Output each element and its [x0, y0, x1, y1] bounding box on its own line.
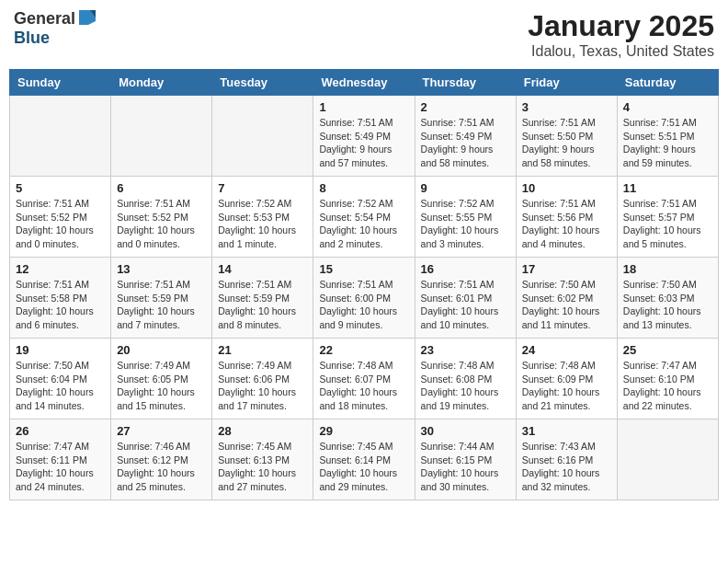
day-number: 24 [522, 343, 611, 357]
day-info: Sunrise: 7:52 AMSunset: 5:53 PMDaylight:… [218, 197, 307, 251]
day-number: 25 [623, 343, 712, 357]
calendar-day: 28Sunrise: 7:45 AMSunset: 6:13 PMDayligh… [212, 419, 313, 500]
day-info: Sunrise: 7:51 AMSunset: 5:49 PMDaylight:… [319, 116, 408, 170]
logo-blue-text: Blue [14, 29, 50, 47]
calendar-day [212, 96, 313, 177]
calendar-day: 8Sunrise: 7:52 AMSunset: 5:54 PMDaylight… [313, 177, 415, 258]
day-info: Sunrise: 7:51 AMSunset: 5:51 PMDaylight:… [623, 116, 712, 170]
day-info: Sunrise: 7:51 AMSunset: 5:59 PMDaylight:… [218, 278, 307, 332]
day-number: 8 [319, 181, 408, 195]
calendar-day: 20Sunrise: 7:49 AMSunset: 6:05 PMDayligh… [111, 339, 212, 419]
calendar-day: 17Sunrise: 7:50 AMSunset: 6:02 PMDayligh… [516, 258, 617, 339]
day-info: Sunrise: 7:48 AMSunset: 6:08 PMDaylight:… [421, 359, 510, 413]
day-info: Sunrise: 7:49 AMSunset: 6:05 PMDaylight:… [117, 359, 206, 413]
calendar-day: 1Sunrise: 7:51 AMSunset: 5:49 PMDaylight… [313, 96, 415, 177]
day-number: 15 [319, 262, 408, 276]
day-info: Sunrise: 7:48 AMSunset: 6:07 PMDaylight:… [319, 359, 408, 413]
day-number: 16 [421, 262, 510, 276]
calendar-day: 31Sunrise: 7:43 AMSunset: 6:16 PMDayligh… [516, 419, 617, 500]
day-number: 9 [421, 181, 510, 195]
logo-general-text: General [14, 9, 75, 29]
calendar-day: 2Sunrise: 7:51 AMSunset: 5:49 PMDaylight… [415, 96, 516, 177]
day-info: Sunrise: 7:51 AMSunset: 5:58 PMDaylight:… [16, 278, 105, 332]
day-info: Sunrise: 7:46 AMSunset: 6:12 PMDaylight:… [117, 440, 206, 494]
calendar-day: 13Sunrise: 7:51 AMSunset: 5:59 PMDayligh… [111, 258, 212, 339]
calendar-day: 27Sunrise: 7:46 AMSunset: 6:12 PMDayligh… [111, 419, 212, 500]
day-info: Sunrise: 7:51 AMSunset: 5:52 PMDaylight:… [16, 197, 105, 251]
day-number: 18 [623, 262, 712, 276]
calendar-table: Sunday Monday Tuesday Wednesday Thursday… [9, 69, 719, 500]
day-number: 13 [117, 262, 206, 276]
calendar-day: 11Sunrise: 7:51 AMSunset: 5:57 PMDayligh… [617, 177, 718, 258]
day-info: Sunrise: 7:51 AMSunset: 5:52 PMDaylight:… [117, 197, 206, 251]
calendar-day: 7Sunrise: 7:52 AMSunset: 5:53 PMDaylight… [212, 177, 313, 258]
calendar-day: 12Sunrise: 7:51 AMSunset: 5:58 PMDayligh… [10, 258, 111, 339]
calendar-day [617, 419, 718, 500]
day-number: 22 [319, 343, 408, 357]
location-title: Idalou, Texas, United States [528, 43, 714, 60]
calendar-day: 14Sunrise: 7:51 AMSunset: 5:59 PMDayligh… [212, 258, 313, 339]
day-number: 19 [16, 343, 105, 357]
day-info: Sunrise: 7:45 AMSunset: 6:14 PMDaylight:… [319, 440, 408, 494]
calendar-day: 15Sunrise: 7:51 AMSunset: 6:00 PMDayligh… [313, 258, 415, 339]
day-number: 2 [421, 100, 510, 114]
header-monday: Monday [111, 70, 212, 96]
day-number: 14 [218, 262, 307, 276]
day-info: Sunrise: 7:52 AMSunset: 5:55 PMDaylight:… [421, 197, 510, 251]
day-info: Sunrise: 7:47 AMSunset: 6:10 PMDaylight:… [623, 359, 712, 413]
day-number: 26 [16, 424, 105, 438]
page-header: General Blue January 2025 Idalou, Texas,… [9, 9, 719, 60]
day-info: Sunrise: 7:50 AMSunset: 6:02 PMDaylight:… [522, 278, 611, 332]
header-sunday: Sunday [10, 70, 111, 96]
day-info: Sunrise: 7:51 AMSunset: 5:50 PMDaylight:… [522, 116, 611, 170]
calendar-day: 9Sunrise: 7:52 AMSunset: 5:55 PMDaylight… [415, 177, 516, 258]
day-info: Sunrise: 7:49 AMSunset: 6:06 PMDaylight:… [218, 359, 307, 413]
calendar-day [111, 96, 212, 177]
calendar-day: 25Sunrise: 7:47 AMSunset: 6:10 PMDayligh… [617, 339, 718, 419]
day-number: 31 [522, 424, 611, 438]
title-block: January 2025 Idalou, Texas, United State… [528, 9, 714, 60]
day-number: 11 [623, 181, 712, 195]
day-number: 5 [16, 181, 105, 195]
day-number: 6 [117, 181, 206, 195]
day-number: 21 [218, 343, 307, 357]
calendar-week-2: 5Sunrise: 7:51 AMSunset: 5:52 PMDaylight… [10, 177, 719, 258]
day-info: Sunrise: 7:45 AMSunset: 6:13 PMDaylight:… [218, 440, 307, 494]
calendar-day: 5Sunrise: 7:51 AMSunset: 5:52 PMDaylight… [10, 177, 111, 258]
day-info: Sunrise: 7:50 AMSunset: 6:03 PMDaylight:… [623, 278, 712, 332]
day-number: 17 [522, 262, 611, 276]
calendar-week-3: 12Sunrise: 7:51 AMSunset: 5:58 PMDayligh… [10, 258, 719, 339]
calendar-day: 24Sunrise: 7:48 AMSunset: 6:09 PMDayligh… [516, 339, 617, 419]
calendar-day: 10Sunrise: 7:51 AMSunset: 5:56 PMDayligh… [516, 177, 617, 258]
day-info: Sunrise: 7:48 AMSunset: 6:09 PMDaylight:… [522, 359, 611, 413]
day-number: 1 [319, 100, 408, 114]
calendar-week-4: 19Sunrise: 7:50 AMSunset: 6:04 PMDayligh… [10, 339, 719, 419]
calendar-day: 16Sunrise: 7:51 AMSunset: 6:01 PMDayligh… [415, 258, 516, 339]
calendar-week-1: 1Sunrise: 7:51 AMSunset: 5:49 PMDaylight… [10, 96, 719, 177]
calendar-day: 29Sunrise: 7:45 AMSunset: 6:14 PMDayligh… [313, 419, 415, 500]
day-info: Sunrise: 7:47 AMSunset: 6:11 PMDaylight:… [16, 440, 105, 494]
calendar-day [10, 96, 111, 177]
day-number: 10 [522, 181, 611, 195]
header-friday: Friday [516, 70, 617, 96]
calendar-week-5: 26Sunrise: 7:47 AMSunset: 6:11 PMDayligh… [10, 419, 719, 500]
header-wednesday: Wednesday [313, 70, 415, 96]
day-number: 27 [117, 424, 206, 438]
day-number: 28 [218, 424, 307, 438]
calendar-day: 6Sunrise: 7:51 AMSunset: 5:52 PMDaylight… [111, 177, 212, 258]
logo: General Blue [14, 9, 97, 48]
day-number: 23 [421, 343, 510, 357]
day-number: 12 [16, 262, 105, 276]
month-title: January 2025 [528, 9, 714, 43]
day-number: 4 [623, 100, 712, 114]
calendar-day: 23Sunrise: 7:48 AMSunset: 6:08 PMDayligh… [415, 339, 516, 419]
calendar-day: 30Sunrise: 7:44 AMSunset: 6:15 PMDayligh… [415, 419, 516, 500]
day-info: Sunrise: 7:52 AMSunset: 5:54 PMDaylight:… [319, 197, 408, 251]
day-info: Sunrise: 7:51 AMSunset: 5:49 PMDaylight:… [421, 116, 510, 170]
day-number: 30 [421, 424, 510, 438]
weekday-header-row: Sunday Monday Tuesday Wednesday Thursday… [10, 70, 719, 96]
day-info: Sunrise: 7:43 AMSunset: 6:16 PMDaylight:… [522, 440, 611, 494]
day-info: Sunrise: 7:44 AMSunset: 6:15 PMDaylight:… [421, 440, 510, 494]
header-tuesday: Tuesday [212, 70, 313, 96]
day-number: 29 [319, 424, 408, 438]
